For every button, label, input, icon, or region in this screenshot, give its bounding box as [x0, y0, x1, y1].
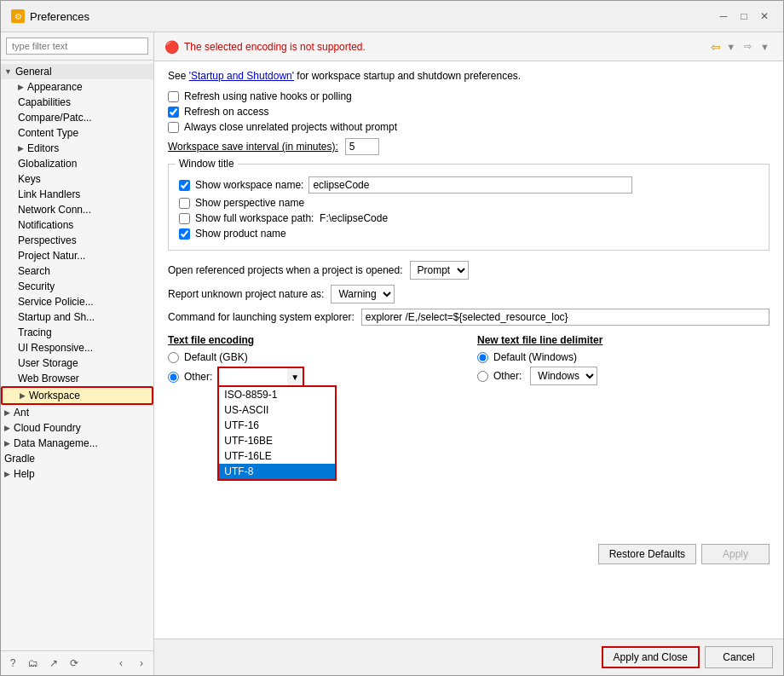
report-unknown-select[interactable]: Warning Error Ignore	[331, 285, 395, 303]
expand-icon: ▶	[4, 439, 10, 448]
expand-icon: ▶	[18, 144, 24, 153]
open-referenced-row: Open referenced projects when a project …	[168, 261, 770, 280]
sidebar: ▼ General ▶ Appearance Capabilities Comp…	[1, 32, 154, 675]
sidebar-item-security[interactable]: Security	[1, 279, 153, 294]
sidebar-item-workspace[interactable]: ▶ Workspace	[1, 386, 153, 405]
sidebar-label-user-storage: User Storage	[18, 357, 78, 369]
sidebar-label-notifications: Notifications	[18, 219, 73, 231]
sidebar-help-icon[interactable]: ?	[4, 655, 21, 672]
sidebar-icon-2[interactable]: 🗂	[25, 655, 42, 672]
nav-dropdown-button[interactable]: ▼	[723, 40, 739, 54]
sidebar-item-ant[interactable]: ▶ Ant	[1, 405, 153, 420]
sidebar-item-editors[interactable]: ▶ Editors	[1, 141, 153, 156]
delimiter-other-select[interactable]: Windows Unix Mac	[530, 367, 597, 385]
sidebar-item-help[interactable]: ▶ Help	[1, 466, 153, 482]
refresh-access-label: Refresh on access	[184, 106, 268, 118]
back-arrow-icon[interactable]: ⇦	[711, 40, 721, 54]
report-unknown-row: Report unknown project nature as: Warnin…	[168, 285, 770, 303]
sidebar-scroll-right[interactable]: ›	[133, 655, 150, 672]
sidebar-item-link-handlers[interactable]: Link Handlers	[1, 187, 153, 202]
nav-dropdown2-button[interactable]: ▼	[757, 40, 773, 54]
checkbox-refresh-access-row: Refresh on access	[168, 106, 770, 118]
window-title: Preferences	[30, 10, 89, 23]
sidebar-label-cloud-foundry: Cloud Foundry	[14, 422, 81, 434]
sidebar-label-service-policies: Service Policie...	[18, 296, 94, 308]
filter-input[interactable]	[6, 38, 148, 55]
command-input[interactable]	[361, 309, 770, 326]
sidebar-item-network-conn[interactable]: Network Conn...	[1, 202, 153, 217]
dropdown-item-utf16be[interactable]: UTF-16BE	[219, 433, 335, 448]
sidebar-item-gradle[interactable]: Gradle	[1, 451, 153, 466]
refresh-native-checkbox[interactable]	[168, 91, 179, 102]
refresh-access-checkbox[interactable]	[168, 107, 179, 118]
sidebar-label-compare-patch: Compare/Patc...	[18, 112, 92, 124]
dropdown-item-utf16le[interactable]: UTF-16LE	[219, 448, 335, 464]
bottom-buttons: Apply and Close Cancel	[154, 638, 783, 675]
close-button[interactable]: ✕	[756, 8, 773, 25]
show-workspace-name-row: Show workspace name:	[179, 176, 758, 194]
sidebar-item-startup[interactable]: Startup and Sh...	[1, 309, 153, 325]
delimiter-default-radio[interactable]	[477, 352, 488, 363]
cancel-button[interactable]: Cancel	[705, 646, 773, 668]
show-workspace-name-checkbox[interactable]	[179, 180, 190, 191]
sidebar-item-user-storage[interactable]: User Storage	[1, 355, 153, 371]
apply-button[interactable]: Apply	[701, 544, 770, 564]
sidebar-label-tracing: Tracing	[18, 326, 52, 338]
show-perspective-name-checkbox[interactable]	[179, 198, 190, 209]
show-full-path-checkbox[interactable]	[179, 213, 190, 224]
show-perspective-name-label: Show perspective name	[195, 197, 304, 209]
sidebar-item-content-type[interactable]: Content Type	[1, 125, 153, 141]
dropdown-item-utf16[interactable]: UTF-16	[219, 418, 335, 433]
encoding-other-input[interactable]	[219, 368, 287, 385]
sidebar-item-capabilities[interactable]: Capabilities	[1, 95, 153, 110]
sidebar-item-general[interactable]: ▼ General	[1, 64, 153, 79]
hint-suffix: for workspace startup and shutdown prefe…	[294, 70, 521, 82]
sidebar-item-service-policies[interactable]: Service Policie...	[1, 294, 153, 309]
encoding-dropdown-button[interactable]: ▼	[287, 368, 303, 385]
encoding-default-radio[interactable]	[168, 352, 179, 363]
nav-forward-button[interactable]: ⇨	[741, 39, 755, 54]
checkbox-always-close-row: Always close unrelated projects without …	[168, 121, 770, 133]
nav-arrows: ⇦ ▼ ⇨ ▼	[711, 39, 773, 54]
sidebar-item-cloud-foundry[interactable]: ▶ Cloud Foundry	[1, 420, 153, 436]
sidebar-label-capabilities: Capabilities	[18, 96, 71, 108]
sidebar-item-compare-patch[interactable]: Compare/Patc...	[1, 110, 153, 125]
main-body: See 'Startup and Shutdown' for workspace…	[154, 61, 783, 638]
show-product-name-checkbox[interactable]	[179, 228, 190, 240]
restore-defaults-button[interactable]: Restore Defaults	[598, 544, 696, 564]
sidebar-item-appearance[interactable]: ▶ Appearance	[1, 79, 153, 95]
sidebar-icon-3[interactable]: ↗	[45, 655, 62, 672]
encoding-other-radio[interactable]	[168, 372, 179, 383]
minimize-button[interactable]: ─	[715, 8, 732, 25]
sidebar-label-globalization: Globalization	[18, 158, 77, 170]
sidebar-item-data-management[interactable]: ▶ Data Manageme...	[1, 436, 153, 451]
sidebar-item-keys[interactable]: Keys	[1, 171, 153, 187]
sidebar-icon-4[interactable]: ⟳	[66, 655, 83, 672]
sidebar-item-globalization[interactable]: Globalization	[1, 156, 153, 171]
sidebar-item-search[interactable]: Search	[1, 263, 153, 279]
sidebar-item-web-browser[interactable]: Web Browser	[1, 371, 153, 386]
always-close-checkbox[interactable]	[168, 122, 179, 133]
sidebar-item-ui-responsive[interactable]: UI Responsive...	[1, 340, 153, 355]
save-interval-input[interactable]	[345, 138, 379, 155]
sidebar-item-project-nature[interactable]: Project Natur...	[1, 248, 153, 263]
apply-and-close-button[interactable]: Apply and Close	[602, 646, 700, 668]
sidebar-scroll-left[interactable]: ‹	[112, 655, 130, 672]
workspace-name-input[interactable]	[308, 176, 632, 194]
sidebar-item-perspectives[interactable]: Perspectives	[1, 233, 153, 248]
maximize-button[interactable]: □	[735, 8, 752, 25]
delimiter-other-radio[interactable]	[477, 371, 488, 382]
sidebar-item-tracing[interactable]: Tracing	[1, 325, 153, 340]
sidebar-label-general: General	[15, 66, 52, 78]
sidebar-item-notifications[interactable]: Notifications	[1, 217, 153, 233]
title-bar: ⚙ Preferences ─ □ ✕	[1, 1, 783, 32]
always-close-label: Always close unrelated projects without …	[184, 121, 397, 133]
sidebar-label-appearance: Appearance	[27, 81, 83, 93]
dropdown-item-iso[interactable]: ISO-8859-1	[219, 387, 335, 402]
dropdown-item-usascii[interactable]: US-ASCII	[219, 402, 335, 418]
apply-row: Restore Defaults Apply	[168, 544, 770, 564]
dropdown-item-utf8[interactable]: UTF-8	[219, 464, 335, 479]
open-referenced-select[interactable]: Prompt Always Never	[410, 261, 469, 280]
show-full-path-label: Show full workspace path: F:\eclipseCode	[195, 212, 388, 224]
hint-link[interactable]: 'Startup and Shutdown'	[189, 70, 294, 82]
